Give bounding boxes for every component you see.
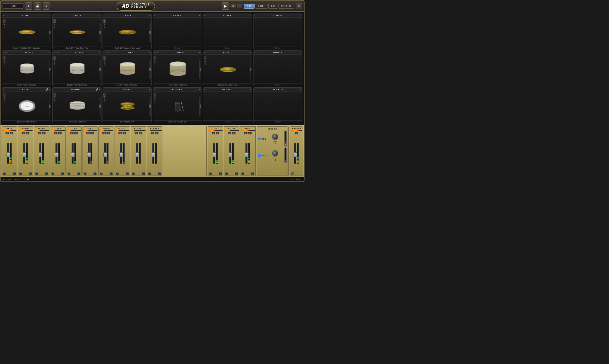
mixer-ch-tom3-arrow[interactable]: ↓	[93, 172, 97, 175]
slot-snare[interactable]: L SNARE 🔗 E ▲ ▼ M S	[52, 87, 102, 123]
slot-cym1-fader[interactable]	[49, 23, 50, 42]
mixer-ch-flexi1-phase[interactable]: ⊘	[116, 172, 119, 175]
mixer-ch-oh-mute[interactable]: M	[212, 132, 215, 134]
tab-kit[interactable]: KIT	[244, 4, 255, 9]
mixer-ch-tom2-mute[interactable]: M	[70, 132, 74, 134]
slot-kick[interactable]: L KICK 🔗 E ▲ ▼ M S Pearl	[2, 87, 51, 123]
send-fx1-knob[interactable]	[272, 134, 278, 140]
mixer-ch-bus-solo[interactable]: S	[248, 132, 252, 134]
send-fx2-s-btn[interactable]: S	[275, 159, 276, 161]
slot-cym1-image[interactable]	[2, 18, 51, 47]
slot-flexi3-e[interactable]: E	[300, 88, 301, 91]
mixer-ch-flexi2-phase[interactable]: ⊘	[132, 172, 135, 175]
slot-cym4[interactable]: L CYM 4 E Empty	[153, 14, 202, 49]
mixer-ch-flexi1-mute[interactable]: M	[118, 132, 122, 134]
mixer-ch-flexi3-mute[interactable]: M	[151, 132, 154, 134]
slot-tom1-e[interactable]: E	[49, 51, 50, 54]
mixer-ch-room-mute[interactable]: M	[228, 132, 231, 134]
mixer-ch-bus-phase[interactable]: ⊘	[241, 172, 244, 175]
mixer-ch-tom3-mute[interactable]: M	[86, 132, 90, 134]
slot-cym3-image[interactable]	[103, 18, 151, 47]
slot-tom3-image[interactable]	[103, 55, 151, 83]
mixer-ch-snare-mute[interactable]: M	[22, 132, 25, 134]
slot-cym6-e[interactable]: E	[300, 15, 301, 17]
mixer-ch-flexi3-fader[interactable]	[152, 143, 154, 164]
slot-flexi3-image[interactable]	[253, 92, 302, 120]
mixer-ch-tom2-fader[interactable]	[72, 143, 74, 164]
mixer-ch-tom1-mute[interactable]: M	[54, 132, 58, 134]
mixer-ch-room-solo[interactable]: S	[232, 132, 236, 134]
slot-flexi1-image[interactable]	[153, 92, 202, 120]
mixer-ch-room-fader[interactable]	[229, 143, 231, 164]
mixer-ch-flexi3-solo[interactable]: S	[155, 132, 158, 134]
mixer-ch-tom1-phase[interactable]: ⊘	[51, 172, 54, 175]
slot-flexi1-e[interactable]: E	[199, 88, 201, 91]
slot-flexi2[interactable]: L FLEXI 2 E Empty	[203, 87, 252, 123]
slot-cym3-fader[interactable]	[149, 23, 151, 42]
slot-flexi1[interactable]: L FLEXI 1 E ▲ ▼ M S	[153, 87, 202, 123]
preset-name[interactable]: Funk	[3, 3, 23, 9]
mixer-ch-snare-fader[interactable]	[23, 143, 25, 164]
mixer-ch-tom1-arrow[interactable]: ↓	[61, 172, 64, 175]
slot-tom2-e[interactable]: E	[99, 51, 100, 54]
slot-snare-e[interactable]: E	[99, 88, 100, 91]
slot-hihat-image[interactable]	[103, 92, 151, 120]
view-rect-btn[interactable]: ▭	[237, 4, 242, 8]
mixer-ch-tom3-fader[interactable]	[88, 143, 90, 164]
mixer-ch-flexi3-phase[interactable]: ⊘	[148, 172, 151, 175]
mixer-ch-tom3-phase[interactable]: ⊘	[84, 172, 87, 175]
mixer-ch-hihat-solo[interactable]: S	[42, 132, 46, 134]
mixer-ch-oh-solo[interactable]: S	[216, 132, 219, 134]
mixer-ch-tom1-solo[interactable]: S	[58, 132, 62, 134]
mixer-ch-master-fader[interactable]	[294, 143, 296, 164]
menu-btn[interactable]: ≡	[296, 3, 302, 9]
slot-ride1-fader[interactable]	[250, 60, 251, 79]
mixer-ch-tom4-solo[interactable]: S	[106, 132, 110, 134]
mixer-ch-oh-phase[interactable]: ⊘	[209, 172, 212, 175]
slot-hihat-e[interactable]: E	[149, 88, 150, 91]
slot-tom3-fader[interactable]	[149, 60, 151, 79]
slot-hihat-fader[interactable]	[149, 97, 151, 116]
mixer-ch-flexi2-arrow[interactable]: ↓	[142, 172, 145, 175]
save-btn[interactable]: 💾	[34, 2, 41, 10]
slot-ride1-image[interactable]	[203, 55, 252, 83]
mixer-ch-tom4-fader[interactable]	[104, 143, 106, 164]
slot-snare-fader[interactable]	[99, 97, 100, 116]
mixer-ch-flexi2-fader[interactable]	[136, 143, 138, 164]
slot-kick-fader[interactable]	[49, 97, 50, 116]
mixer-ch-oh-arrow[interactable]: ↓	[219, 172, 222, 175]
slot-cym2-e[interactable]: E	[99, 15, 100, 17]
slot-cym5-e[interactable]: E	[250, 15, 251, 17]
mixer-ch-flexi1-arrow[interactable]: ↓	[126, 172, 129, 175]
slot-tom4-fader[interactable]	[199, 60, 201, 79]
mixer-ch-master-mute[interactable]: M	[295, 132, 298, 134]
slot-ride1-e[interactable]: E	[250, 51, 251, 54]
slot-flexi2-image[interactable]	[203, 92, 252, 120]
slot-snare-image[interactable]	[53, 92, 101, 120]
mixer-ch-bus-fader[interactable]	[245, 143, 248, 164]
mixer-ch-flexi1-solo[interactable]: S	[123, 132, 126, 134]
mixer-ch-bus-arrow[interactable]: ↓	[251, 172, 254, 175]
mixer-ch-snare-solo[interactable]: S	[26, 132, 29, 134]
import-btn[interactable]: ▲	[43, 2, 50, 10]
mixer-ch-flexi2-mute[interactable]: M	[135, 132, 138, 134]
slot-tom2-image[interactable]	[53, 55, 101, 83]
mixer-ch-kick-mute[interactable]: M	[5, 132, 9, 134]
slot-tom3-e[interactable]: E	[149, 51, 150, 54]
slot-cym3[interactable]: L CYM 3 E ▲ ▼ M S	[103, 14, 152, 49]
slot-cym2-image[interactable]	[53, 18, 101, 47]
mixer-ch-tom2-solo[interactable]: S	[74, 132, 78, 134]
mixer-ch-tom2-arrow[interactable]: ↓	[77, 172, 80, 175]
mixer-ch-room-phase[interactable]: ⊘	[225, 172, 228, 175]
send-fx1-s-btn[interactable]: S	[275, 142, 276, 144]
mixer-ch-snare-arrow[interactable]: ↓	[29, 172, 32, 175]
slot-ride2-image[interactable]	[253, 55, 302, 83]
mixer-ch-hihat-arrow[interactable]: ↓	[45, 172, 48, 175]
mixer-ch-flexi1-fader[interactable]	[120, 143, 122, 164]
mixer-ch-tom4-phase[interactable]: ⊘	[100, 172, 103, 175]
mixer-ch-oh-fader[interactable]	[213, 143, 215, 164]
slot-tom2-fader[interactable]	[99, 60, 100, 79]
slot-flexi3[interactable]: L FLEXI 3 E Empty	[253, 87, 302, 123]
slot-cym6-image[interactable]	[253, 18, 302, 47]
send-fx2-knob[interactable]	[272, 150, 278, 157]
